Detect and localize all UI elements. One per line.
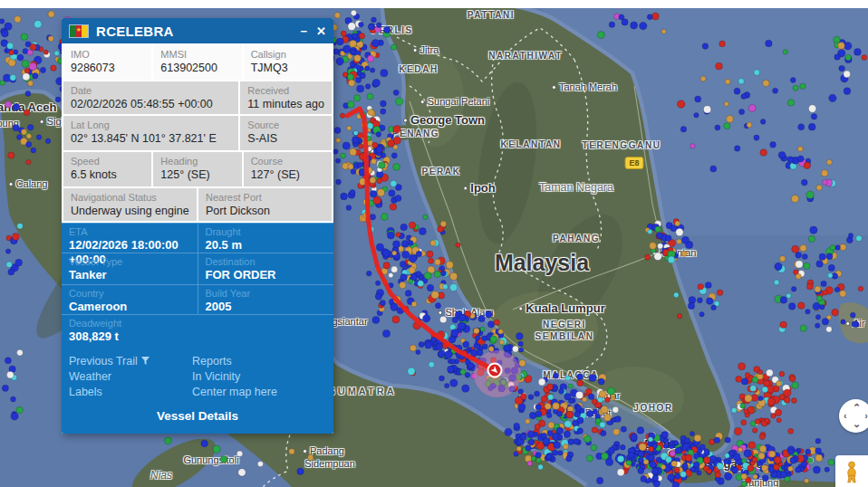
pegman-control[interactable]: [835, 455, 868, 487]
top-margin: [0, 0, 868, 8]
field-heading: Heading125° (SE): [153, 152, 241, 186]
field-destination: DestinationFOR ORDER: [198, 253, 334, 284]
cameroon-flag-icon: ★: [69, 24, 89, 38]
field-country: CountryCameroon: [62, 284, 198, 314]
field-mmsi: MMSI613902500: [153, 45, 241, 80]
weather-link[interactable]: Weather: [69, 370, 188, 383]
reports-link[interactable]: Reports: [192, 355, 326, 368]
field-eta: ETA12/02/2026 18:00:00 +00:00: [62, 223, 198, 253]
filter-icon[interactable]: [141, 357, 149, 365]
pan-down-icon[interactable]: ⌄: [853, 419, 861, 429]
field-source: SourceS-AIS: [240, 116, 332, 150]
pan-left-icon[interactable]: ‹: [844, 411, 847, 421]
pan-right-icon[interactable]: ›: [864, 411, 868, 421]
minimize-button[interactable]: −: [301, 25, 308, 37]
vessel-details-button[interactable]: Vessel Details: [62, 398, 333, 434]
field-latlong: Lat Long02° 13.845' N 101° 37.821' E: [63, 116, 238, 150]
field-course: Course127° (SE): [244, 152, 332, 186]
pan-control[interactable]: ⌃ ⌄ ‹ ›: [839, 399, 868, 433]
labels-link[interactable]: Labels: [69, 386, 188, 398]
field-build-year: Build Year2005: [198, 284, 334, 314]
in-vicinity-link[interactable]: In Vicinity: [192, 370, 326, 383]
field-date: Date02/02/2026 05:48:55 +00:00: [63, 81, 238, 114]
vessel-name-title: RCELEBRA: [96, 24, 292, 39]
field-draught: Draught20.5 m: [198, 223, 334, 253]
field-speed: Speed6.5 knots: [63, 152, 151, 186]
app-window: PATTANIPERLISJitraKEDAHNARATHIWATTanah M…: [0, 0, 868, 487]
pan-up-icon[interactable]: ⌃: [853, 403, 861, 413]
center-map-here-link[interactable]: Center map here: [192, 386, 326, 398]
vessel-info-popup: ★ RCELEBRA − ✕ IMO9286073 MMSI613902500 …: [62, 18, 333, 434]
pegman-icon: [842, 459, 862, 484]
field-nearest-port: Nearest PortPort Dickson: [198, 188, 332, 221]
field-nav-status: Navigational StatusUnderway using engine: [63, 188, 197, 221]
road-badge-e8: E8: [624, 157, 643, 169]
previous-trail-link[interactable]: Previous Trail: [69, 355, 188, 368]
field-callsign: CallsignTJMQ3: [244, 45, 332, 80]
field-vessel-type: Vessel TypeTanker: [62, 253, 198, 284]
popup-header: ★ RCELEBRA − ✕: [62, 18, 333, 43]
field-received: Received11 minutes ago: [240, 81, 332, 114]
field-imo: IMO9286073: [63, 45, 151, 80]
field-deadweight: Deadweight308,829 t: [62, 314, 333, 347]
close-button[interactable]: ✕: [316, 25, 326, 37]
